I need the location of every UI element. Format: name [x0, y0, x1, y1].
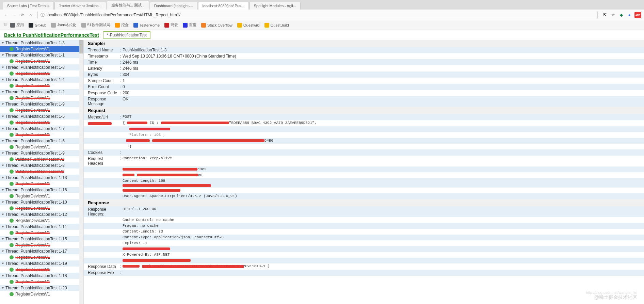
chevron-down-icon: ▼ — [1, 188, 4, 192]
tree-thread[interactable]: ▼Thread: PushNotificationTest 1-3 — [0, 40, 83, 46]
tree-thread[interactable]: ▼Thread: PushNotificationTest 1-12 — [0, 211, 83, 218]
url-bar[interactable]: ⓘ localhost:8080/job/PushNotificationPer… — [37, 11, 598, 19]
success-icon — [10, 194, 14, 198]
tree-thread[interactable]: ▼Thread: PushNotificationTest 1-2 — [0, 89, 83, 95]
tree-leaf[interactable]: RegisterDevicesV1 — [0, 181, 83, 187]
tree-leaf[interactable]: ValidatePushNotificationV1 — [0, 169, 83, 175]
tree-thread[interactable]: ▼Thread: PushNotificationTest 1-9 — [0, 101, 83, 107]
report-tab[interactable]: *-PushNotificationTest — [103, 31, 150, 39]
tree-leaf[interactable]: RegisterDevicesV1 — [0, 279, 83, 285]
main-panel: Sampler Thread Name:PushNotificationTest… — [84, 40, 644, 304]
bookmark-item[interactable]: Stack Overflow — [201, 23, 232, 28]
ext-icon[interactable]: ● — [626, 12, 632, 18]
tree-thread[interactable]: ▼Thread: PushNotificationTest 1-19 — [0, 260, 83, 267]
tree-thread[interactable]: ▼Thread: PushNotificationTest 1-4 — [0, 77, 83, 83]
chevron-down-icon: ▼ — [1, 164, 4, 167]
bookmark-item[interactable]: 挖金 — [115, 22, 129, 28]
success-icon — [10, 84, 14, 88]
success-icon — [10, 47, 14, 51]
tree-leaf[interactable]: RegisterDevicesV1 — [0, 193, 83, 199]
bookmark-item[interactable]: QuestBuild — [264, 23, 289, 28]
tree-leaf[interactable]: RegisterDevicesV1 — [0, 107, 83, 113]
chevron-down-icon: ▼ — [1, 274, 4, 277]
nav-bar: ← → ⟳ ⌂ ⓘ localhost:8080/job/PushNotific… — [0, 10, 644, 20]
success-icon — [10, 145, 14, 149]
tree-leaf[interactable]: RegisterDevicesV1 — [0, 230, 83, 236]
chevron-down-icon: ▼ — [1, 262, 4, 265]
tree-leaf[interactable]: RegisterDevicesV1 — [0, 218, 83, 224]
tree-thread[interactable]: ▼Thread: PushNotificationTest 1-8 — [0, 162, 83, 169]
tree-thread[interactable]: ▼Thread: PushNotificationTest 1-6 — [0, 138, 83, 144]
reload-icon[interactable]: ⟳ — [19, 12, 26, 18]
tree-leaf[interactable]: RegisterDevicesV1 — [0, 58, 83, 64]
tree-leaf[interactable]: RegisterDevicesV1 — [0, 83, 83, 89]
tree-thread[interactable]: ▼Thread: PushNotificationTest 1-16 — [0, 187, 83, 193]
tree-leaf[interactable]: RegisterDevicesV1 — [0, 132, 83, 138]
chevron-down-icon: ▼ — [1, 286, 4, 290]
chevron-down-icon: ▼ — [1, 213, 4, 216]
success-icon — [10, 219, 14, 223]
section-request: Request — [84, 107, 644, 114]
abp-icon[interactable]: ABP — [634, 12, 641, 18]
tree-leaf[interactable]: RegisterDevicesV1 — [0, 95, 83, 101]
info-icon: ⓘ — [41, 12, 45, 18]
tree-leaf[interactable]: RegisterDevicesV1 — [0, 144, 83, 150]
chevron-down-icon: ▼ — [1, 225, 4, 228]
tree-thread[interactable]: ▼Thread: PushNotificationTest 1-18 — [0, 273, 83, 279]
bookmark-item[interactable]: 51软件测试网 — [81, 22, 110, 28]
tree-leaf[interactable]: ValidatePushNotificationV1 — [0, 156, 83, 162]
bookmark-item[interactable]: Questwiki — [237, 23, 260, 28]
bookmark-item[interactable]: Json格式化 — [51, 22, 76, 28]
browser-tab[interactable]: Dashboard [spotlight-... — [150, 2, 197, 10]
tree-thread[interactable]: ▼Thread: PushNotificationTest 1-9 — [0, 150, 83, 156]
chevron-down-icon: ▼ — [1, 90, 4, 94]
back-link[interactable]: Back to PushNotificationPerformanceTest — [4, 32, 99, 38]
browser-chrome: Sauce Labs | Test Details Jmeter+Maven+J… — [0, 0, 644, 30]
tree-thread[interactable]: ▼Thread: PushNotificationTest 1-20 — [0, 285, 83, 291]
chevron-down-icon: ▼ — [1, 237, 4, 241]
tree-leaf[interactable]: RegisterDevicesV1 — [0, 205, 83, 211]
forward-icon[interactable]: → — [11, 12, 18, 18]
bookmark-item[interactable]: 应用 — [10, 22, 24, 28]
back-icon[interactable]: ← — [3, 12, 10, 18]
bookmark-icon[interactable]: ⇱ — [602, 12, 608, 18]
tree-thread[interactable]: ▼Thread: PushNotificationTest 1-15 — [0, 236, 83, 242]
browser-tab[interactable]: Jmeter+Maven+Jenkins... — [54, 2, 106, 10]
success-icon — [10, 255, 14, 259]
url-text: localhost:8080/job/PushNotificationPerfo… — [47, 13, 180, 17]
tree-thread[interactable]: ▼Thread: PushNotificationTest 1-13 — [0, 175, 83, 181]
browser-tab[interactable]: Sauce Labs | Test Details — [3, 2, 54, 10]
browser-tab-active[interactable]: localhost:8080/job/ Pus... — [198, 2, 249, 10]
tree-leaf[interactable]: RegisterDevicesV1 — [0, 46, 83, 52]
bookmark-item[interactable]: 百度 — [183, 22, 196, 28]
tree-leaf[interactable]: RegisterDevicesV1 — [0, 70, 83, 77]
chevron-down-icon: ▼ — [1, 102, 4, 106]
tree-leaf[interactable]: RegisterDevicesV1 — [0, 242, 83, 248]
ext-icon[interactable]: ◆ — [618, 12, 624, 18]
tree-leaf[interactable]: RegisterDevicesV1 — [0, 267, 83, 273]
bookmark-item[interactable]: 码云 — [164, 22, 178, 28]
tree-thread[interactable]: ▼Thread: PushNotificationTest 1-5 — [0, 113, 83, 119]
success-icon — [10, 268, 14, 272]
tree-leaf[interactable]: RegisterDevicesV1 — [0, 254, 83, 260]
page-header: Back to PushNotificationPerformanceTest … — [0, 30, 644, 40]
tree-thread[interactable]: ▼Thread: PushNotificationTest 1-11 — [0, 224, 83, 230]
scrollbar-thumb[interactable] — [79, 40, 83, 53]
bookmark-item[interactable]: TesterHome — [133, 23, 160, 28]
chevron-down-icon: ▼ — [1, 127, 4, 130]
bookmark-item[interactable]: GitHub — [29, 23, 46, 28]
sidebar-tree[interactable]: ▼Thread: PushNotificationTest 1-3Registe… — [0, 40, 84, 304]
tree-thread[interactable]: ▼Thread: PushNotificationTest 1-10 — [0, 199, 83, 205]
star-icon[interactable]: ☆ — [610, 12, 616, 18]
browser-tab[interactable]: Spotlight Modules - Agil... — [249, 2, 301, 10]
tree-leaf[interactable]: RegisterDevicesV1 — [0, 291, 83, 297]
tree-thread[interactable]: ▼Thread: PushNotificationTest 1-7 — [0, 126, 83, 132]
tree-leaf[interactable]: RegisterDevicesV1 — [0, 119, 83, 126]
tree-thread[interactable]: ▼Thread: PushNotificationTest 1-17 — [0, 248, 83, 254]
home-icon[interactable]: ⌂ — [27, 12, 34, 18]
tree-thread[interactable]: ▼Thread: PushNotificationTest 1-1 — [0, 52, 83, 58]
tree-thread[interactable]: ▼Thread: PushNotificationTest 1-8 — [0, 64, 83, 70]
browser-tab[interactable]: 服务性能与... 测试... — [107, 1, 149, 10]
success-icon — [10, 170, 14, 174]
scrollbar[interactable] — [79, 40, 83, 304]
